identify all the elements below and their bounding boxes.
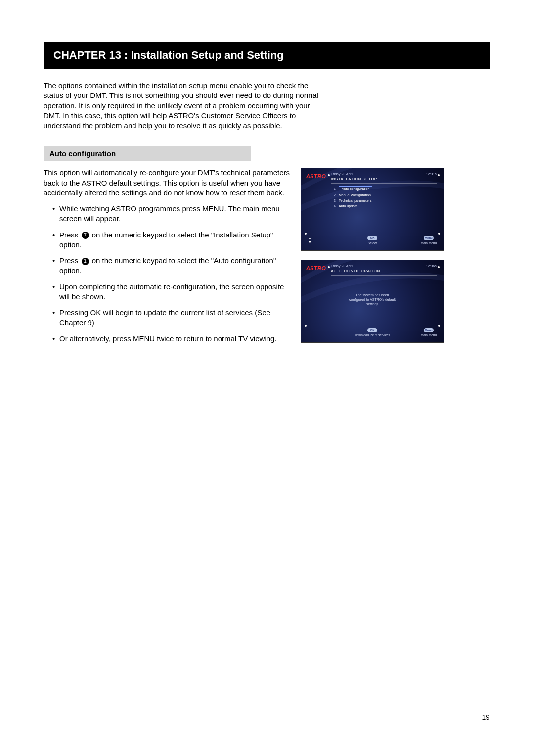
tv-date: Friday 23 April xyxy=(331,264,380,268)
menu-label: Main Menu xyxy=(421,241,437,245)
tv-menu-item-selected: Auto configuration xyxy=(339,186,372,191)
step-text: While watching ASTRO programmes press ME… xyxy=(59,204,280,223)
tv-menu-item: Technical parameters xyxy=(339,199,372,202)
astro-logo: ASTRO xyxy=(306,173,326,179)
step-item: While watching ASTRO programmes press ME… xyxy=(52,204,291,224)
ok-button-icon: OK xyxy=(367,236,377,240)
chapter-title-bar: CHAPTER 13 : Installation Setup and Sett… xyxy=(44,42,490,69)
section-heading-bar: Auto configuration xyxy=(44,146,251,161)
ok-button-icon: OK xyxy=(367,328,377,332)
step-text: Upon completing the automatic re-configu… xyxy=(59,283,284,301)
ok-label: Select xyxy=(368,241,377,245)
tv-time: 12:31a xyxy=(426,172,437,176)
section-description: This option will automatically re-config… xyxy=(44,168,291,198)
tv-menu-item: Manual configuration xyxy=(339,193,371,197)
step-item: Press 7 on the numeric keypad to select … xyxy=(52,230,291,250)
tv-date: Friday 23 April xyxy=(331,172,377,176)
tv-screen-title: AUTO CONFIGURATION xyxy=(331,269,380,273)
step-item: Press 1 on the numeric keypad to select … xyxy=(52,256,291,276)
menu-button-icon: Menu xyxy=(424,236,434,240)
tv-message: The system has been configured to ASTRO'… xyxy=(301,293,444,306)
ok-label: Download list of services xyxy=(355,333,390,337)
keypad-number-icon: 7 xyxy=(82,232,89,239)
step-text: Press xyxy=(59,231,81,239)
tv-screenshot-auto-configuration: ASTRO Friday 23 April AUTO CONFIGURATION… xyxy=(301,260,444,343)
astro-logo: ASTRO xyxy=(306,265,326,271)
steps-list: While watching ASTRO programmes press ME… xyxy=(44,204,291,344)
step-text: Or alternatively, press MENU twice to re… xyxy=(59,334,277,343)
keypad-number-icon: 1 xyxy=(82,258,89,265)
tv-menu-list: 1Auto configuration 2Manual configuratio… xyxy=(332,186,372,210)
menu-label: Main Menu xyxy=(421,333,437,337)
intro-paragraph: The options contained within the install… xyxy=(44,81,320,131)
tv-menu-item: Auto update xyxy=(339,204,357,208)
step-text: on the numeric keypad to select the "Ins… xyxy=(59,231,273,249)
section-heading: Auto configuration xyxy=(49,149,116,158)
step-text: on the numeric keypad to select the "Aut… xyxy=(59,256,276,275)
tv-screen-title: INSTALLATION SETUP xyxy=(331,177,377,181)
tv-time: 12:36a xyxy=(426,264,437,268)
step-item: Upon completing the automatic re-configu… xyxy=(52,282,291,302)
step-text: Pressing OK will begin to update the cur… xyxy=(59,308,270,327)
chapter-title: CHAPTER 13 : Installation Setup and Sett… xyxy=(53,49,284,61)
step-item: Or alternatively, press MENU twice to re… xyxy=(52,334,291,344)
tv-screenshot-installation-setup: ASTRO Friday 23 April INSTALLATION SETUP… xyxy=(301,168,444,251)
menu-button-icon: Menu xyxy=(424,328,434,332)
step-text: Press xyxy=(59,256,81,265)
page-number: 19 xyxy=(482,713,490,721)
step-item: Pressing OK will begin to update the cur… xyxy=(52,308,291,328)
